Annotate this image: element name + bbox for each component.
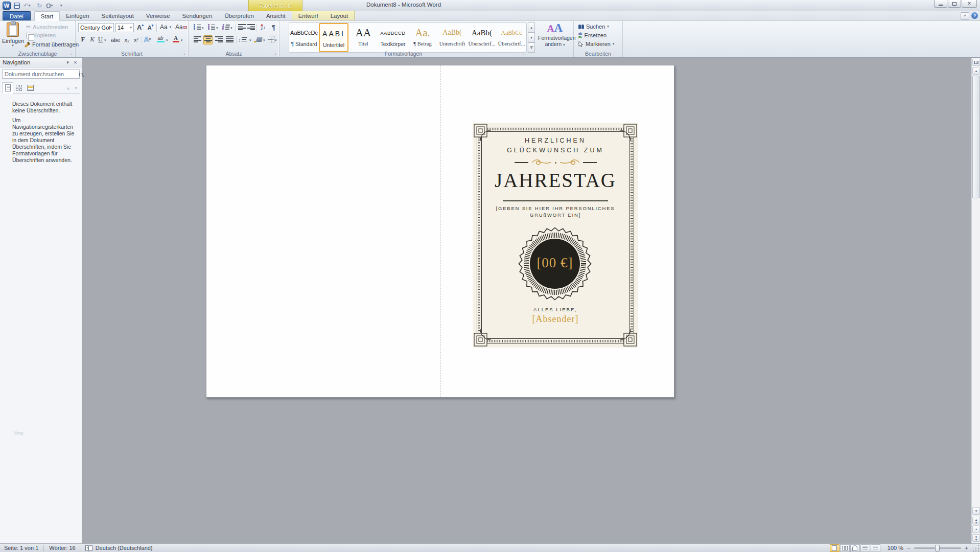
- justify-button[interactable]: [225, 35, 234, 44]
- ruler-toggle-button[interactable]: [972, 59, 980, 66]
- next-page-button[interactable]: ▾▾: [972, 534, 980, 542]
- zoom-level[interactable]: 100 %: [885, 545, 905, 551]
- chevron-down-icon[interactable]: ▾: [230, 27, 232, 30]
- previous-heading-button[interactable]: ▴: [64, 84, 72, 91]
- line-spacing-button[interactable]: ↕: [238, 36, 247, 44]
- tab-ueberpruefen[interactable]: Überprüfen: [218, 11, 260, 20]
- show-paragraph-marks-button[interactable]: ¶: [269, 23, 278, 31]
- zoom-slider-thumb[interactable]: [935, 545, 940, 551]
- previous-page-button[interactable]: ▴▴: [972, 517, 980, 524]
- dialog-launcher-icon[interactable]: ⌟: [181, 51, 186, 56]
- tab-browse-headings[interactable]: [2, 82, 13, 94]
- vertical-scrollbar[interactable]: ▴ ▾ ▴▴ ● ▾▾: [971, 58, 980, 543]
- align-center-button[interactable]: [203, 35, 213, 44]
- style-standard[interactable]: AaBbCcDc ¶ Standard: [289, 23, 319, 52]
- align-right-button[interactable]: [214, 35, 223, 44]
- chevron-down-icon[interactable]: ▾: [216, 27, 218, 30]
- gallery-more-button[interactable]: ▾: [528, 42, 535, 53]
- next-heading-button[interactable]: ▾: [72, 84, 80, 91]
- tab-entwurf[interactable]: Entwurf: [292, 11, 324, 20]
- text-effects-button[interactable]: A▾: [143, 35, 152, 43]
- resize-grip[interactable]: [973, 544, 980, 551]
- tab-ansicht[interactable]: Ansicht: [260, 11, 292, 20]
- grow-font-button[interactable]: A▴: [136, 23, 145, 31]
- multilevel-list-button[interactable]: [221, 24, 230, 32]
- close-button[interactable]: ×: [962, 0, 977, 8]
- outline-view-button[interactable]: [860, 544, 870, 552]
- tab-layout[interactable]: Layout: [324, 11, 355, 20]
- select-button[interactable]: Markieren ▾: [577, 40, 616, 48]
- language-indicator[interactable]: Deutsch (Deutschland): [94, 545, 155, 551]
- tab-browse-results[interactable]: [25, 82, 36, 94]
- document-page[interactable]: HERZLICHEN GLÜCKWUNSCH ZUM JAHRESTAG [GE…: [206, 65, 674, 398]
- numbering-button[interactable]: [207, 24, 216, 32]
- dialog-launcher-icon[interactable]: ⌟: [521, 51, 526, 56]
- increase-indent-button[interactable]: [247, 24, 255, 32]
- pane-menu-button[interactable]: ▾: [64, 59, 72, 66]
- redo-button[interactable]: ↻: [37, 2, 42, 10]
- chevron-down-icon[interactable]: ▾: [166, 39, 168, 42]
- document-search-box[interactable]: ▾: [2, 70, 80, 79]
- minimize-ribbon-button[interactable]: ^: [961, 12, 969, 20]
- dialog-launcher-icon[interactable]: ⌟: [68, 51, 74, 56]
- chevron-down-icon[interactable]: ▾: [249, 39, 251, 42]
- search-input[interactable]: [3, 71, 79, 77]
- save-button[interactable]: [14, 2, 20, 10]
- zoom-slider[interactable]: [914, 547, 961, 549]
- word-count[interactable]: Wörter: 16: [47, 545, 77, 551]
- style-ueberschrift2[interactable]: AaBbCc Überschrif...: [497, 23, 526, 52]
- chevron-down-icon[interactable]: ▾: [104, 39, 106, 42]
- bullets-button[interactable]: [193, 24, 201, 32]
- style-titel[interactable]: AA Titel: [348, 23, 378, 52]
- qat-customize-button[interactable]: ▾: [60, 2, 62, 10]
- tab-start[interactable]: Start: [34, 11, 60, 21]
- paste-button[interactable]: Einfügen ▾: [2, 21, 24, 51]
- copy-button[interactable]: Kopieren: [25, 32, 57, 39]
- select-browse-object-button[interactable]: ●: [972, 525, 980, 533]
- zoom-out-button[interactable]: −: [905, 545, 912, 551]
- superscript-button[interactable]: x²: [132, 36, 141, 44]
- highlight-button[interactable]: ab: [155, 35, 166, 42]
- chevron-down-icon[interactable]: ▾: [181, 39, 183, 42]
- shading-button[interactable]: [255, 35, 264, 43]
- change-case-button[interactable]: Aa ▾: [158, 23, 173, 31]
- gallery-scroll-down-button[interactable]: ▾: [528, 33, 535, 43]
- strikethrough-button[interactable]: abe: [109, 36, 122, 44]
- page-indicator[interactable]: Seite: 1 von 1: [2, 545, 40, 551]
- fullscreen-reading-view-button[interactable]: [840, 544, 850, 552]
- pane-close-button[interactable]: ×: [72, 59, 79, 66]
- underline-button[interactable]: U: [96, 35, 105, 43]
- clear-formatting-button[interactable]: Aa: [174, 23, 189, 31]
- italic-button[interactable]: K: [88, 35, 97, 43]
- style-untertitel[interactable]: AABI Untertitel: [319, 23, 348, 52]
- proofing-status-icon[interactable]: [85, 545, 92, 550]
- style-betrag[interactable]: Aa. ¶ Betrag: [408, 23, 437, 52]
- sort-button[interactable]: AZ ↓: [258, 23, 268, 31]
- tab-seitenlayout[interactable]: Seitenlayout: [96, 11, 140, 20]
- font-size-combo[interactable]: 14 ▾: [115, 23, 134, 32]
- borders-button[interactable]: [267, 35, 275, 43]
- style-textkoerper[interactable]: AABBCCD Textkörper: [378, 23, 408, 52]
- undo-button[interactable]: ↶▾: [24, 2, 31, 10]
- maximize-button[interactable]: [948, 0, 961, 8]
- format-painter-button[interactable]: Format übertragen: [22, 41, 80, 48]
- cut-button[interactable]: ✂ Ausschneiden: [25, 23, 69, 31]
- tab-einfuegen[interactable]: Einfügen: [60, 11, 95, 20]
- bold-button[interactable]: F: [79, 35, 87, 43]
- gallery-scroll-up-button[interactable]: ▴: [528, 22, 535, 33]
- tab-browse-pages[interactable]: [13, 82, 25, 94]
- shrink-font-button[interactable]: A▾: [146, 24, 155, 32]
- change-styles-button[interactable]: AA Formatvorlagen ändern ▾: [538, 22, 572, 47]
- greeting-card[interactable]: HERZLICHEN GLÜCKWUNSCH ZUM JAHRESTAG [GE…: [473, 123, 638, 348]
- tab-datei[interactable]: Datei: [3, 11, 31, 20]
- print-layout-view-button[interactable]: [830, 544, 839, 552]
- minimize-button[interactable]: [934, 0, 947, 8]
- decrease-indent-button[interactable]: [238, 24, 246, 32]
- replace-button[interactable]: abac Ersetzen: [577, 32, 608, 39]
- zoom-in-button[interactable]: +: [963, 545, 970, 551]
- chevron-down-icon[interactable]: ▾: [202, 27, 204, 30]
- find-button[interactable]: Suchen ▾: [577, 23, 611, 30]
- style-unterschrift[interactable]: AaBb( Unterschrift: [437, 23, 467, 52]
- tab-sendungen[interactable]: Sendungen: [176, 11, 219, 20]
- chevron-down-icon[interactable]: ▾: [275, 39, 277, 42]
